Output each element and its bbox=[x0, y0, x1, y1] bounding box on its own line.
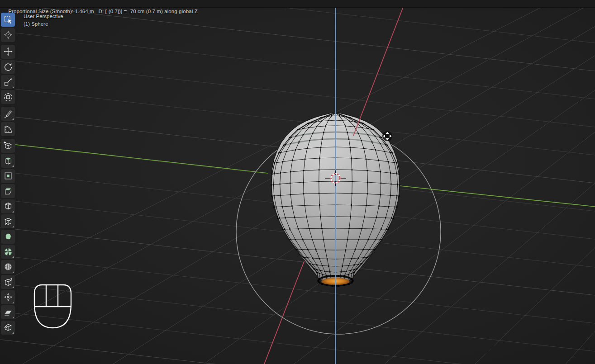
rotate-icon bbox=[3, 62, 13, 72]
transform-status-text: Proportional Size (Smooth): 1.464 m D: [… bbox=[8, 9, 198, 14]
measure-icon bbox=[3, 124, 13, 134]
rip-region-icon bbox=[3, 322, 13, 332]
tool-poly-build-button[interactable] bbox=[1, 230, 15, 244]
tool-extrude-region-button[interactable] bbox=[1, 154, 15, 168]
viewport-3d[interactable] bbox=[0, 0, 595, 364]
shrink-fatten-icon bbox=[3, 292, 13, 302]
tool-annotate-button[interactable] bbox=[1, 107, 15, 121]
tool-bevel-button[interactable] bbox=[1, 184, 15, 198]
smooth-icon bbox=[3, 262, 13, 272]
transform-icon bbox=[3, 92, 13, 102]
spin-icon bbox=[3, 247, 13, 257]
mouse-indicator-icon bbox=[31, 281, 76, 332]
tool-transform-button[interactable] bbox=[1, 90, 15, 104]
tool-knife-button[interactable] bbox=[1, 214, 15, 228]
tool-inset-faces-button[interactable] bbox=[1, 169, 15, 183]
tool-shrink-fatten-button[interactable] bbox=[1, 290, 15, 304]
shear-icon bbox=[3, 307, 13, 317]
blender-window: Proportional Size (Smooth): 1.464 m D: [… bbox=[0, 0, 595, 364]
transform-status-bar: Proportional Size (Smooth): 1.464 m D: [… bbox=[0, 0, 595, 8]
tool-measure-button[interactable] bbox=[1, 122, 15, 136]
move-cursor-icon bbox=[382, 131, 392, 141]
annotate-icon bbox=[3, 109, 13, 119]
tool-shelf bbox=[1, 13, 16, 336]
loop-cut-icon bbox=[3, 201, 13, 211]
extrude-region-icon bbox=[3, 156, 13, 166]
move-icon bbox=[3, 47, 13, 57]
tool-scale-button[interactable] bbox=[1, 75, 15, 89]
tool-rip-region-button[interactable] bbox=[1, 321, 15, 335]
tool-loop-cut-button[interactable] bbox=[1, 199, 15, 213]
tool-smooth-button[interactable] bbox=[1, 260, 15, 274]
tool-edge-slide-button[interactable] bbox=[1, 275, 15, 289]
inset-faces-icon bbox=[3, 171, 13, 181]
scale-icon bbox=[3, 77, 13, 87]
poly-build-icon bbox=[3, 232, 13, 241]
tool-shear-button[interactable] bbox=[1, 305, 15, 319]
active-object-label: (1) Sphere bbox=[24, 20, 63, 28]
edge-slide-icon bbox=[3, 277, 13, 287]
tool-spin-button[interactable] bbox=[1, 245, 15, 259]
bevel-icon bbox=[3, 186, 13, 196]
knife-icon bbox=[3, 217, 13, 227]
tool-add-cube-button[interactable] bbox=[1, 139, 15, 153]
tool-rotate-button[interactable] bbox=[1, 60, 15, 74]
tool-cursor-button[interactable] bbox=[1, 28, 15, 42]
cursor-icon bbox=[3, 30, 13, 40]
tool-move-button[interactable] bbox=[1, 45, 15, 59]
add-cube-icon bbox=[3, 141, 13, 151]
